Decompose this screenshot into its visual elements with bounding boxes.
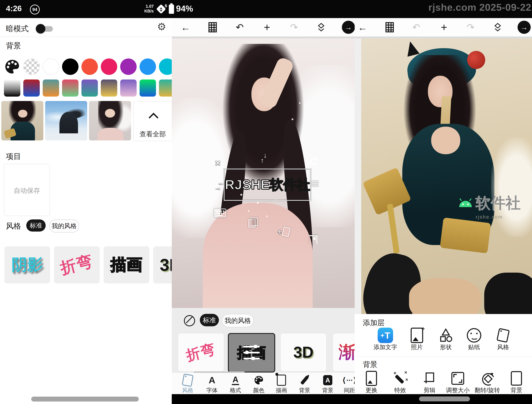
spacing-icon: ⟨⟩	[342, 376, 355, 385]
style-tile-3d[interactable]: 3D	[280, 333, 327, 372]
bg-flip-rotate-button[interactable]: 翻转/旋转	[473, 371, 502, 394]
sliders-icon	[242, 345, 261, 361]
style-tile-bend[interactable]: 折弯	[178, 333, 224, 372]
battery-percent: 94%	[176, 4, 193, 13]
gradient-swatch[interactable]	[101, 79, 117, 96]
delete-handle-icon[interactable]: ×	[215, 158, 221, 167]
gear-icon[interactable]: ⚙	[157, 22, 166, 32]
view-all-button[interactable]: 查看全部	[133, 101, 172, 141]
gradient-swatch-row	[4, 79, 172, 96]
undo-icon[interactable]: ↶	[231, 18, 249, 37]
palette-icon[interactable]	[4, 58, 20, 75]
layers-icon[interactable]	[312, 18, 330, 37]
add-shape-button[interactable]: 形状	[431, 327, 461, 351]
layers-icon[interactable]	[489, 18, 507, 37]
bg-effects-button[interactable]: ××× 特效	[385, 371, 415, 394]
gradient-swatch[interactable]	[23, 79, 40, 96]
add-icon[interactable]: +	[258, 18, 276, 37]
edit-canvas[interactable]: RJSHE软件社 × ↓ ↑ ← → +	[172, 38, 355, 308]
back-icon[interactable]: ←	[177, 18, 195, 37]
transparent-swatch[interactable]	[23, 58, 40, 75]
forward-icon[interactable]: →	[342, 21, 355, 34]
redo-icon[interactable]: ↷	[285, 18, 303, 37]
resize-corner-handle-icon[interactable]	[309, 235, 317, 244]
style-tile-outline-selected[interactable]: 描画	[228, 333, 275, 372]
keyboard-handle-icon[interactable]	[214, 209, 226, 218]
text-editor-panel: ← ↶ + ↷ → RJSHE软件社 × ↓ ↑	[172, 18, 355, 394]
background-thumbnail-3[interactable]	[89, 101, 131, 141]
android-icon	[458, 198, 473, 208]
chip-my-style[interactable]: 我的风格	[222, 314, 254, 327]
add-copy-handle-icon[interactable]: +	[278, 227, 291, 237]
autosave-project-card[interactable]: 自动保存	[4, 164, 50, 216]
background-thumbnail-2[interactable]	[45, 101, 87, 141]
tab-spacing[interactable]: ⟨⟩ 间距	[339, 373, 355, 394]
color-swatch-purple[interactable]	[120, 58, 137, 75]
add-sticker-button[interactable]: 贴纸	[459, 327, 489, 351]
background-thumbnail-1[interactable]	[1, 101, 43, 141]
gesture-handle[interactable]	[31, 397, 139, 402]
line-height-handle-icon[interactable]	[311, 181, 318, 187]
network-speed: 1.07 KB/s	[139, 4, 154, 13]
rotate-handle-icon[interactable]	[309, 157, 318, 167]
gradient-swatch[interactable]	[4, 79, 20, 96]
grid-icon[interactable]	[381, 18, 399, 37]
bg-background-button[interactable]: 背景	[502, 371, 531, 394]
style-card-icon	[497, 328, 510, 343]
chip-standard[interactable]: 标准	[26, 219, 46, 231]
forward-icon[interactable]: →	[518, 21, 531, 34]
tab-highlight-bg[interactable]: 背景	[294, 373, 315, 394]
color-swatch-black[interactable]	[62, 58, 78, 75]
dark-mode-toggle[interactable]	[36, 24, 54, 33]
squeeze-horizontal-handle-icon[interactable]: ← →	[214, 179, 225, 191]
marker-icon	[300, 375, 309, 385]
bg-resize-button[interactable]: 调整大小	[443, 371, 473, 394]
chip-my-style[interactable]: 我的风格	[49, 219, 79, 232]
chip-standard[interactable]: 标准	[200, 314, 219, 326]
text-selection-box[interactable]: RJSHE软件社	[224, 169, 311, 201]
gesture-handle[interactable]	[419, 397, 470, 401]
tab-color[interactable]: 颜色	[248, 373, 270, 394]
tab-font[interactable]: A 字体	[201, 373, 223, 394]
gradient-swatch[interactable]	[82, 79, 98, 96]
screenshot-watermark: rjshe.com 2025-09-22	[428, 2, 531, 13]
tab-style[interactable]: 风格	[177, 373, 198, 394]
stretch-vertical-handle-icon[interactable]: ↓ ↑	[260, 152, 267, 164]
gradient-swatch[interactable]	[43, 79, 59, 96]
text-layer[interactable]: RJSHE软件社	[225, 176, 310, 194]
style-tile-3d[interactable]: 3D	[153, 246, 172, 283]
add-photo-button[interactable]: + 照片	[402, 327, 432, 351]
color-swatch-blue[interactable]	[139, 58, 156, 75]
redo-icon[interactable]: ↷	[462, 18, 480, 37]
color-swatch-row	[4, 58, 172, 75]
gradient-swatch[interactable]	[139, 79, 156, 96]
tab-draw[interactable]: 描画	[271, 373, 292, 394]
gradient-swatch[interactable]	[62, 79, 78, 96]
edit-canvas[interactable]: 软件社 rjshe.com	[361, 38, 532, 314]
flip-rotate-icon	[481, 372, 494, 385]
left-gesture-area	[0, 394, 172, 404]
slash-circle-icon[interactable]	[184, 315, 195, 326]
color-swatch-pink[interactable]	[101, 58, 117, 75]
bg-replace-button[interactable]: 更换	[357, 371, 386, 394]
tab-format[interactable]: A 格式	[225, 373, 246, 394]
gradient-swatch[interactable]	[120, 79, 137, 96]
color-swatch-cyan[interactable]	[159, 58, 172, 75]
clock: 4:26	[6, 4, 22, 13]
style-tile-gradient[interactable]: 渐	[333, 333, 355, 372]
grid-icon[interactable]	[204, 18, 222, 37]
undo-icon[interactable]: ↶	[407, 18, 425, 37]
color-swatch-red[interactable]	[82, 58, 98, 75]
style-tile-outline[interactable]: 描画	[104, 246, 149, 283]
style-tile-bend[interactable]: 折弯	[54, 246, 100, 283]
gradient-swatch[interactable]	[159, 79, 172, 96]
duplicate-handle-icon[interactable]	[248, 218, 258, 227]
status-bar: 4:26 94 1.07 KB/s 6 94% rjshe.com 2025-0…	[0, 0, 532, 18]
style-tile-shadow[interactable]: 阴影	[4, 246, 50, 283]
bg-crop-button[interactable]: 剪辑	[415, 371, 444, 394]
back-icon[interactable]: ←	[355, 18, 372, 37]
color-swatch-white[interactable]	[43, 58, 59, 75]
add-icon[interactable]: +	[435, 18, 453, 37]
add-style-button[interactable]: 风格	[488, 327, 518, 351]
add-text-button[interactable]: + T 添加文字	[371, 327, 400, 351]
